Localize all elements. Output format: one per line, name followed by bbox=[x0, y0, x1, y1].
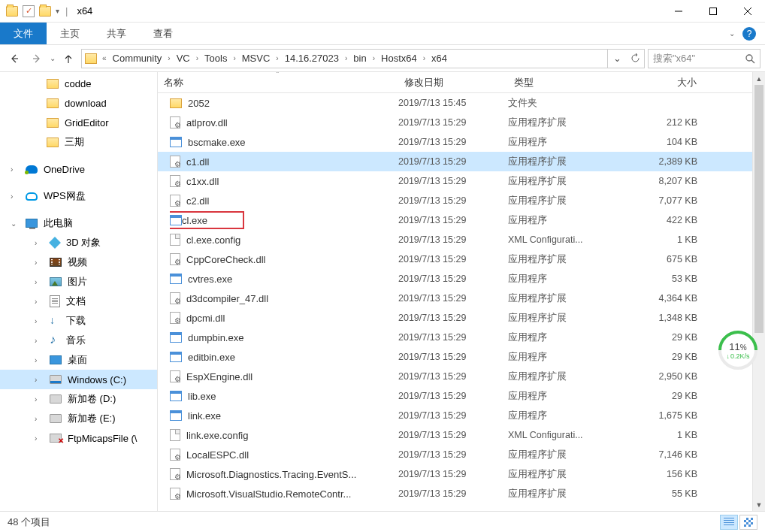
column-type[interactable]: 类型 bbox=[508, 72, 625, 92]
chevron-right-icon[interactable]: › bbox=[35, 395, 44, 404]
vertical-scrollbar[interactable]: ▲ ▼ bbox=[752, 72, 765, 511]
file-row[interactable]: Microsoft.VisualStudio.RemoteContr...201… bbox=[158, 484, 752, 503]
sidebar-item-quick[interactable]: codde bbox=[0, 74, 157, 93]
minimize-button[interactable] bbox=[661, 0, 696, 23]
breadcrumb-segment[interactable]: bin bbox=[349, 50, 370, 68]
chevron-right-icon[interactable]: « bbox=[100, 54, 109, 62]
file-row[interactable]: c1.dll2019/7/13 15:29应用程序扩展2,389 KB bbox=[158, 152, 752, 171]
file-row[interactable]: 20522019/7/13 15:45文件夹 bbox=[158, 93, 752, 113]
sidebar-item-pc-child[interactable]: ›FtpMicapsFile (\ bbox=[0, 428, 157, 448]
sidebar-item-pc-child[interactable]: ›图片 bbox=[0, 272, 157, 292]
forward-button[interactable] bbox=[27, 49, 47, 68]
file-list[interactable]: ˄名称 修改日期 类型 大小 20522019/7/13 15:45文件夹atl… bbox=[158, 72, 752, 511]
sidebar-item-thispc[interactable]: ⌄此电脑 bbox=[0, 213, 157, 233]
file-row[interactable]: c2.dll2019/7/13 15:29应用程序扩展7,077 KB bbox=[158, 191, 752, 210]
tab-share[interactable]: 共享 bbox=[93, 23, 140, 44]
chevron-right-icon[interactable]: › bbox=[35, 337, 44, 345]
sidebar-item-pc-child[interactable]: ›3D 对象 bbox=[0, 233, 157, 252]
ribbon-expand-icon[interactable]: ⌄ bbox=[729, 29, 735, 38]
column-size[interactable]: 大小 bbox=[625, 72, 703, 92]
breadcrumb-segment[interactable]: Hostx64 bbox=[377, 50, 421, 68]
back-button[interactable] bbox=[5, 49, 24, 68]
chevron-right-icon[interactable]: › bbox=[165, 54, 172, 62]
speed-widget[interactable]: 11% 0.2K/s bbox=[715, 331, 760, 385]
tab-home[interactable]: 主页 bbox=[47, 23, 93, 44]
sidebar-item-quick[interactable]: download bbox=[0, 93, 157, 113]
chevron-right-icon[interactable]: › bbox=[343, 54, 349, 62]
chevron-right-icon[interactable]: › bbox=[35, 376, 44, 384]
sidebar-item-pc-child[interactable]: ›视频 bbox=[0, 252, 157, 272]
close-button[interactable] bbox=[730, 0, 765, 23]
breadcrumb-segment[interactable]: MSVC bbox=[238, 50, 274, 68]
file-row[interactable]: atlprov.dll2019/7/13 15:29应用程序扩展212 KB bbox=[158, 113, 752, 132]
chevron-right-icon[interactable]: › bbox=[194, 54, 201, 62]
chevron-right-icon[interactable]: › bbox=[231, 54, 237, 62]
file-row[interactable]: LocalESPC.dll2019/7/13 15:29应用程序扩展7,146 … bbox=[158, 445, 752, 464]
chevron-right-icon[interactable]: › bbox=[11, 165, 20, 174]
file-row[interactable]: cl.exe.config2019/7/13 15:29XML Configur… bbox=[158, 230, 752, 249]
tab-file[interactable]: 文件 bbox=[0, 23, 47, 44]
scroll-thumb[interactable] bbox=[754, 85, 763, 333]
scroll-down-icon[interactable]: ▼ bbox=[753, 498, 765, 511]
file-row[interactable]: dumpbin.exe2019/7/13 15:29应用程序29 KB bbox=[158, 328, 752, 347]
file-row[interactable]: link.exe2019/7/13 15:29应用程序1,675 KB bbox=[158, 406, 752, 425]
chevron-right-icon[interactable]: › bbox=[35, 356, 44, 364]
sidebar-item-pc-child[interactable]: ›文档 bbox=[0, 292, 157, 311]
address-dropdown-icon[interactable]: ⌄ bbox=[608, 50, 626, 68]
file-row[interactable]: cl.exe2019/7/13 15:29应用程序422 KB bbox=[158, 210, 752, 230]
view-icons-button[interactable] bbox=[739, 515, 757, 530]
file-row[interactable]: cvtres.exe2019/7/13 15:29应用程序53 KB bbox=[158, 269, 752, 289]
chevron-right-icon[interactable]: › bbox=[35, 239, 44, 247]
chevron-right-icon[interactable]: › bbox=[35, 258, 44, 267]
refresh-icon[interactable] bbox=[626, 50, 644, 68]
tab-view[interactable]: 查看 bbox=[140, 23, 186, 44]
chevron-right-icon[interactable]: › bbox=[35, 298, 44, 306]
column-name[interactable]: ˄名称 bbox=[158, 72, 398, 92]
sidebar-item-pc-child[interactable]: ›Windows (C:) bbox=[0, 370, 157, 389]
sidebar-item-quick[interactable]: GridEditor bbox=[0, 113, 157, 132]
file-row[interactable]: c1xx.dll2019/7/13 15:29应用程序扩展8,207 KB bbox=[158, 171, 752, 191]
file-row[interactable]: lib.exe2019/7/13 15:29应用程序29 KB bbox=[158, 386, 752, 406]
sidebar-item-pc-child[interactable]: ›新加卷 (E:) bbox=[0, 409, 157, 428]
chevron-right-icon[interactable]: › bbox=[370, 54, 377, 62]
chevron-down-icon[interactable]: ▾ bbox=[56, 7, 59, 15]
chevron-right-icon[interactable]: › bbox=[35, 317, 44, 325]
file-row[interactable]: bscmake.exe2019/7/13 15:29应用程序104 KB bbox=[158, 132, 752, 152]
help-icon[interactable]: ? bbox=[742, 27, 756, 41]
chevron-right-icon[interactable]: › bbox=[274, 54, 280, 62]
chevron-right-icon[interactable]: › bbox=[35, 415, 44, 423]
sidebar-item-pc-child[interactable]: ›♪音乐 bbox=[0, 331, 157, 350]
maximize-button[interactable] bbox=[696, 0, 730, 23]
chevron-down-icon[interactable]: ⌄ bbox=[11, 219, 20, 228]
breadcrumb-segment[interactable]: 14.16.27023 bbox=[281, 50, 343, 68]
checkbox-icon[interactable]: ✓ bbox=[23, 5, 35, 17]
search-input[interactable]: 搜索"x64" bbox=[648, 49, 760, 68]
sidebar-item-wps[interactable]: ›WPS网盘 bbox=[0, 186, 157, 206]
sidebar-item-pc-child[interactable]: ›桌面 bbox=[0, 350, 157, 370]
view-details-button[interactable] bbox=[720, 515, 738, 530]
file-row[interactable]: editbin.exe2019/7/13 15:29应用程序29 KB bbox=[158, 347, 752, 367]
file-row[interactable]: dpcmi.dll2019/7/13 15:29应用程序扩展1,348 KB bbox=[158, 308, 752, 328]
breadcrumb-segment[interactable]: Tools bbox=[201, 50, 231, 68]
up-button[interactable] bbox=[59, 49, 78, 68]
scroll-up-icon[interactable]: ▲ bbox=[753, 72, 765, 85]
chevron-right-icon[interactable]: › bbox=[11, 192, 20, 201]
breadcrumb-segment[interactable]: x64 bbox=[428, 50, 451, 68]
chevron-right-icon[interactable]: › bbox=[35, 434, 44, 443]
chevron-right-icon[interactable]: › bbox=[35, 278, 44, 286]
address-bar[interactable]: « Community › VC › Tools › MSVC › 14.16.… bbox=[81, 49, 645, 68]
breadcrumb-segment[interactable]: Community bbox=[109, 50, 166, 68]
breadcrumb-segment[interactable]: VC bbox=[173, 50, 194, 68]
file-row[interactable]: d3dcompiler_47.dll2019/7/13 15:29应用程序扩展4… bbox=[158, 289, 752, 308]
sidebar-item-onedrive[interactable]: ›OneDrive bbox=[0, 159, 157, 179]
file-row[interactable]: link.exe.config2019/7/13 15:29XML Config… bbox=[158, 425, 752, 445]
file-row[interactable]: EspXEngine.dll2019/7/13 15:29应用程序扩展2,950… bbox=[158, 367, 752, 386]
file-row[interactable]: CppCoreCheck.dll2019/7/13 15:29应用程序扩展675… bbox=[158, 249, 752, 269]
sidebar-item-quick[interactable]: 三期 bbox=[0, 132, 157, 152]
sidebar-item-pc-child[interactable]: ›下载 bbox=[0, 311, 157, 331]
column-date[interactable]: 修改日期 bbox=[398, 72, 508, 92]
history-dropdown-icon[interactable]: ⌄ bbox=[50, 54, 56, 62]
chevron-right-icon[interactable]: › bbox=[421, 54, 428, 62]
file-row[interactable]: Microsoft.Diagnostics.Tracing.EventS...2… bbox=[158, 464, 752, 484]
sidebar-item-pc-child[interactable]: ›新加卷 (D:) bbox=[0, 389, 157, 409]
